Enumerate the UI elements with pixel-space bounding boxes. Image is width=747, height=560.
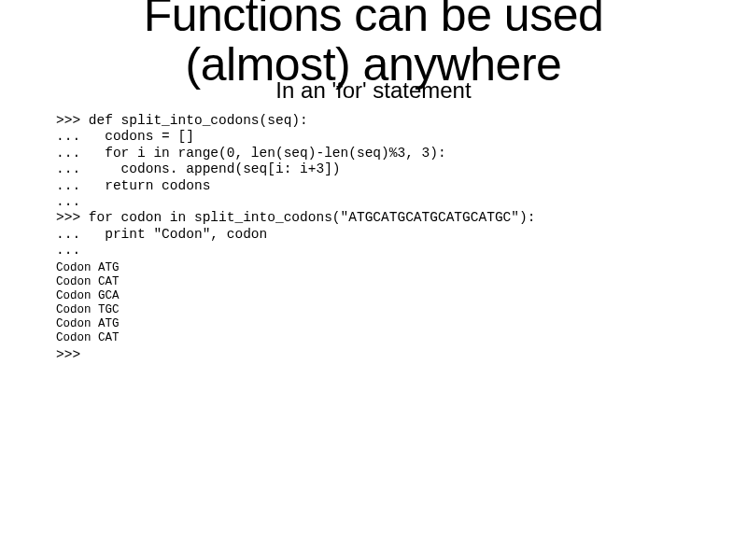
slide-title: Functions can be used (almost) anywhere bbox=[56, 0, 691, 89]
prompt-line: >>> bbox=[56, 347, 691, 363]
slide-subtitle: In an 'for' statement bbox=[56, 77, 691, 104]
code-block: >>> def split_into_codons(seq): ... codo… bbox=[56, 113, 691, 259]
output-block: Codon ATG Codon CAT Codon GCA Codon TGC … bbox=[56, 261, 691, 345]
slide-content: Functions can be used (almost) anywhere … bbox=[0, 0, 747, 363]
